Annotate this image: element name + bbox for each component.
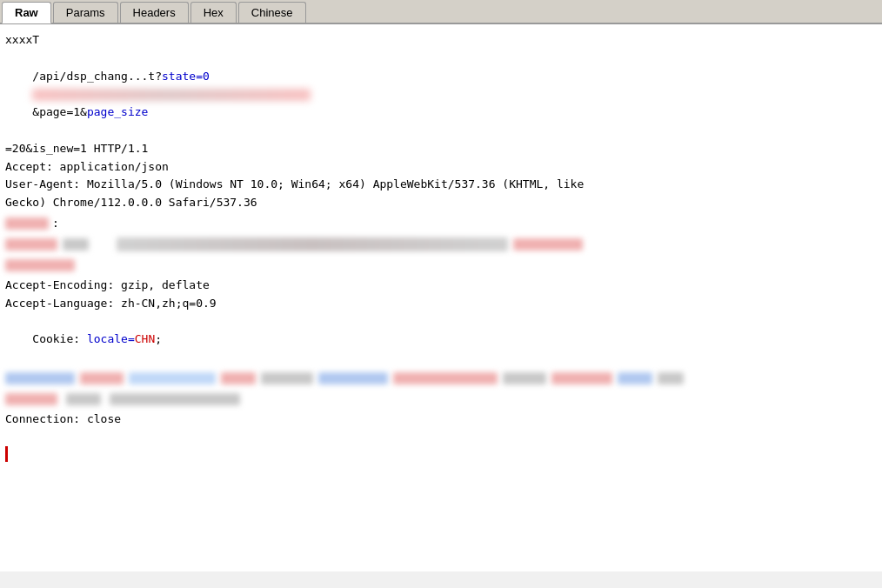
line14-chunk3 — [110, 393, 240, 405]
line-2: /api/dsp_chang...t?state=0 &page=1&page_… — [5, 50, 877, 140]
line-14-blurred — [5, 390, 877, 409]
line-4: Accept: application/json — [5, 158, 877, 177]
line14-chunk1 — [5, 393, 57, 405]
tab-bar: Raw Params Headers Hex Chinese — [0, 0, 882, 23]
cookie-suffix: ; — [155, 332, 162, 345]
line2-state: state=0 — [162, 70, 210, 83]
line13-chunk4 — [221, 372, 256, 384]
line7-text: : — [52, 217, 59, 230]
tab-headers[interactable]: Headers — [120, 2, 189, 23]
line2-page: &page=1& — [32, 105, 87, 118]
line8-chunk4 — [513, 238, 583, 251]
line13-chunk11 — [658, 372, 684, 384]
line-13-blurred — [5, 369, 877, 388]
line-10: Accept-Encoding: gzip, deflate — [5, 277, 877, 295]
cursor-line — [5, 446, 877, 462]
line-15: Connection: close — [5, 411, 877, 429]
line-9-blurred — [5, 256, 877, 275]
cookie-chn: CHN — [135, 332, 155, 345]
line-8-blurred — [5, 235, 877, 254]
line13-chunk9 — [551, 372, 612, 384]
cursor-icon — [5, 446, 8, 462]
tab-hex[interactable]: Hex — [190, 2, 237, 23]
tab-params[interactable]: Params — [53, 2, 118, 23]
line-5: User-Agent: Mozilla/5.0 (Windows NT 10.0… — [5, 176, 877, 194]
line8-chunk1 — [5, 238, 57, 251]
line8-chunk3 — [117, 237, 508, 251]
cookie-prefix: Cookie: — [32, 332, 87, 345]
line13-chunk8 — [503, 372, 546, 384]
line2-page-size: page_size — [87, 105, 148, 118]
line-7-blurred: : — [5, 214, 877, 233]
line13-chunk3 — [129, 372, 216, 384]
line-6: Gecko) Chrome/112.0.0.0 Safari/537.36 — [5, 194, 877, 212]
line13-chunk10 — [618, 372, 652, 384]
line2-prefix: /api/dsp_chang...t? — [32, 70, 162, 83]
line-3: =20&is_new=1 HTTP/1.1 — [5, 140, 877, 158]
content-area: xxxxT /api/dsp_chang...t?state=0 &page=1… — [0, 23, 882, 571]
tab-chinese[interactable]: Chinese — [238, 2, 306, 23]
line13-chunk1 — [5, 372, 75, 384]
line7-chunk1 — [5, 217, 49, 230]
line9-chunk1 — [5, 259, 75, 271]
line-12: Cookie: locale=CHN; — [5, 313, 877, 367]
line14-chunk2 — [66, 393, 101, 405]
line13-chunk6 — [318, 372, 388, 384]
line-11: Accept-Language: zh-CN,zh;q=0.9 — [5, 295, 877, 313]
line13-chunk5 — [261, 372, 313, 384]
tab-raw[interactable]: Raw — [2, 2, 51, 23]
line-1: xxxxT — [5, 31, 877, 50]
line2-blurred-middle — [32, 89, 311, 101]
line13-chunk7 — [393, 372, 498, 384]
line8-chunk2 — [63, 238, 89, 251]
line13-chunk2 — [80, 372, 124, 384]
cookie-locale: locale= — [87, 332, 135, 345]
